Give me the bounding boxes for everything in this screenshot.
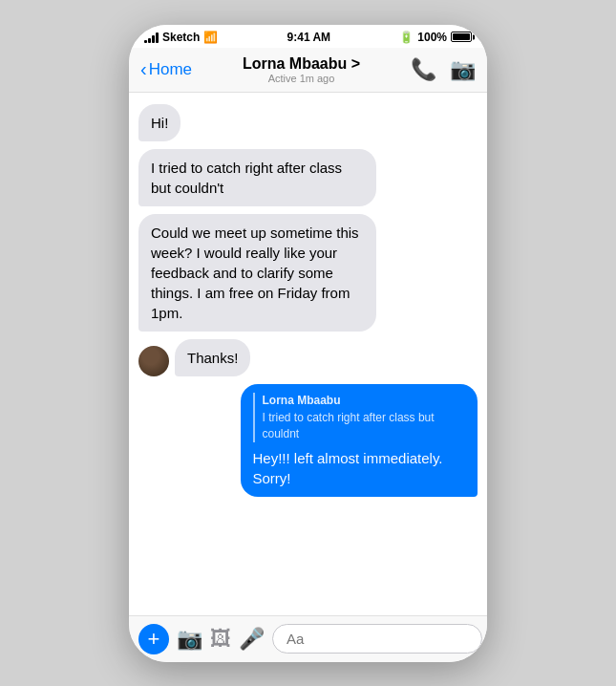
message-row: I tried to catch right after class but c… [138,149,478,206]
photo-button[interactable]: 🖼 [210,627,231,652]
plus-icon: + [148,627,160,652]
reply-preview: Lorna Mbaabu I tried to catch right afte… [253,393,466,442]
battery-percent: 100% [417,31,447,44]
back-label: Home [149,60,192,79]
message-text: Could we meet up sometime this week? I w… [151,225,359,321]
phone-frame: Sketch 📶 9:41 AM 🔋 100% ‹ Home Lorna Mba… [129,25,487,662]
status-right: 🔋 100% [399,31,472,44]
nav-header: ‹ Home Lorna Mbaabu > Active 1m ago 📞 📷 [129,48,487,93]
photo-icon: 🖼 [210,627,231,652]
phone-icon[interactable]: 📞 [411,57,436,82]
chevron-left-icon: ‹ [140,59,147,78]
back-button[interactable]: ‹ Home [140,60,192,79]
message-bubble: I tried to catch right after class but c… [138,149,376,206]
message-row: Hi! [138,104,478,141]
status-time: 9:41 AM [287,31,331,44]
active-status: Active 1m ago [192,73,411,84]
mic-icon: 🎤 [239,627,265,652]
carrier-label: Sketch [162,31,200,44]
reply-preview-text: I tried to catch right after class but c… [263,410,466,442]
message-input[interactable] [272,624,482,654]
avatar-image [138,346,169,376]
contact-name[interactable]: Lorna Mbaabu > [192,55,411,73]
message-text: Thanks! [187,350,238,366]
message-row: Could we meet up sometime this week? I w… [138,214,478,332]
message-text: Hey!!! left almost immediately. Sorry! [253,448,466,488]
bluetooth-icon: 🔋 [399,31,414,44]
reply-sender-name: Lorna Mbaabu [263,393,466,409]
video-icon[interactable]: 📷 [450,57,476,82]
message-text: Hi! [151,115,168,131]
status-bar: Sketch 📶 9:41 AM 🔋 100% [129,25,487,48]
nav-center: Lorna Mbaabu > Active 1m ago [192,55,411,84]
message-row: Lorna Mbaabu I tried to catch right afte… [138,384,478,497]
plus-button[interactable]: + [138,624,169,654]
mic-button[interactable]: 🎤 [239,627,265,652]
message-bubble: Could we meet up sometime this week? I w… [138,214,376,332]
nav-actions: 📞 📷 [411,57,476,82]
input-bar: + 📷 🖼 🎤 🙂 👍 [129,615,487,662]
status-left: Sketch 📶 [144,31,218,44]
battery-icon [451,32,472,42]
signal-bars [144,32,159,43]
message-bubble: Lorna Mbaabu I tried to catch right afte… [241,384,478,497]
message-bubble: Thanks! [175,339,250,376]
message-text: I tried to catch right after class but c… [151,160,342,196]
chat-area: Hi! I tried to catch right after class b… [129,93,487,615]
avatar [138,346,169,376]
camera-button[interactable]: 📷 [177,627,202,652]
camera-icon: 📷 [177,627,202,652]
wifi-icon: 📶 [203,31,218,44]
message-row: Thanks! [138,339,478,376]
message-bubble: Hi! [138,104,181,141]
